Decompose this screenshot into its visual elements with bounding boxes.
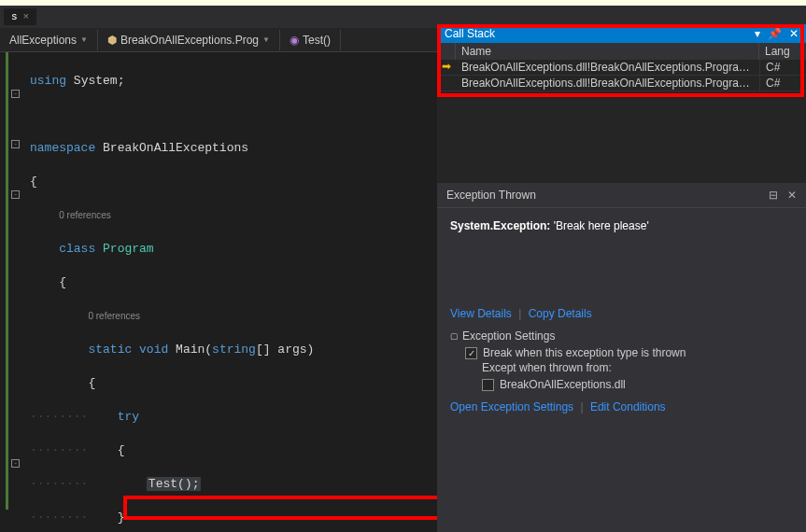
close-icon[interactable]: × xyxy=(23,11,30,22)
lib-checkbox[interactable] xyxy=(482,379,494,391)
editor-tab[interactable]: s × xyxy=(4,8,36,25)
column-lang[interactable]: Lang xyxy=(759,43,806,60)
exception-title: Exception Thrown xyxy=(446,189,536,202)
breadcrumb-class[interactable]: ⬢ BreakOnAllExceptions.Prog ▼ xyxy=(98,30,280,50)
class-icon: ⬢ xyxy=(107,34,117,47)
call-stack-header: Name Lang xyxy=(437,43,806,60)
copy-details-link[interactable]: Copy Details xyxy=(529,307,592,320)
code-editor[interactable]: - - - - using System; namespace BreakOnA… xyxy=(0,52,437,532)
triangle-down-icon: ▢ xyxy=(450,331,459,341)
pin-icon[interactable]: ⊟ xyxy=(769,189,778,202)
fold-icon[interactable]: - xyxy=(11,90,20,98)
edit-conditions-link[interactable]: Edit Conditions xyxy=(590,400,666,413)
view-details-link[interactable]: View Details xyxy=(450,307,512,320)
column-name[interactable]: Name xyxy=(456,43,759,60)
gutter: - - - - xyxy=(0,52,22,532)
close-icon[interactable]: ✕ xyxy=(789,27,799,40)
call-stack-title-bar[interactable]: Call Stack ▾ 📌 ✕ xyxy=(437,24,806,43)
lib-label: BreakOnAllExceptions.dll xyxy=(500,378,626,391)
pin-icon[interactable]: 📌 xyxy=(768,27,782,40)
current-frame-icon: ➡ xyxy=(437,60,456,75)
exception-panel: Exception Thrown ⊟ ✕ System.Exception: '… xyxy=(437,183,806,532)
exception-settings-toggle[interactable]: ▢ Exception Settings xyxy=(450,329,793,343)
call-stack-row[interactable]: BreakOnAllExceptions.dll!BreakOnAllExcep… xyxy=(437,76,806,91)
open-settings-link[interactable]: Open Exception Settings xyxy=(450,400,573,413)
exception-message: System.Exception: 'Break here please' xyxy=(450,219,793,232)
chevron-down-icon: ▼ xyxy=(80,35,88,44)
fold-icon[interactable]: - xyxy=(11,459,20,468)
code-area[interactable]: using System; namespace BreakOnAllExcept… xyxy=(22,52,437,532)
tab-label: s xyxy=(11,11,18,22)
break-when-label: Break when this exception type is thrown xyxy=(483,346,686,359)
breadcrumb-project[interactable]: AllExceptions ▼ xyxy=(0,30,98,50)
chevron-down-icon: ▼ xyxy=(262,35,270,44)
call-stack-panel: Call Stack ▾ 📌 ✕ Name Lang ➡ BreakOnAllE… xyxy=(437,24,806,91)
method-icon: ◉ xyxy=(290,34,299,47)
close-icon[interactable]: ✕ xyxy=(787,189,797,202)
panel-title: Call Stack xyxy=(445,27,495,40)
break-checkbox[interactable] xyxy=(465,347,477,359)
call-stack-row[interactable]: ➡ BreakOnAllExceptions.dll!BreakOnAllExc… xyxy=(437,60,806,76)
fold-icon[interactable]: - xyxy=(11,140,20,148)
dropdown-icon[interactable]: ▾ xyxy=(755,27,760,40)
fold-icon[interactable]: - xyxy=(11,190,20,199)
except-from-label: Except when thrown from: xyxy=(450,361,793,374)
breadcrumb-method[interactable]: ◉ Test() xyxy=(280,30,341,50)
